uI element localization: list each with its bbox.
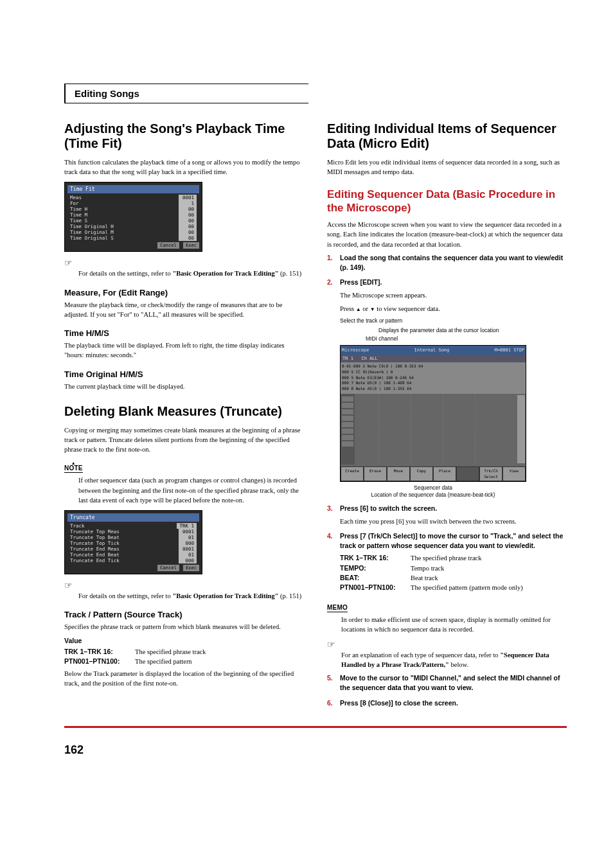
step-title: Move to the cursor to "MIDI Channel," an… xyxy=(340,674,560,691)
measure-for-body: Measure the playback time, or check/modi… xyxy=(64,300,304,319)
value-label: Value xyxy=(64,636,304,646)
sf-val: 1 xyxy=(179,200,197,206)
down-arrow-icon xyxy=(370,305,375,312)
kv-key: PTN001–PTN100: xyxy=(64,657,135,666)
sf-val: 01 xyxy=(179,552,197,558)
sf-label: Truncate End Meas xyxy=(70,546,120,552)
create-button[interactable]: Create xyxy=(341,467,363,481)
anno-seq: Sequencer data xyxy=(340,484,526,492)
subhead-track-pattern: Track / Pattern (Source Track) xyxy=(64,610,304,619)
step-title: Press [6] to switch the screen. xyxy=(340,504,437,512)
bs-meas: M=0001 xyxy=(495,348,511,353)
step-5: Move to the cursor to "MIDI Channel," an… xyxy=(327,673,567,693)
exec-button[interactable]: Exec xyxy=(183,242,199,249)
copy-button[interactable]: Copy xyxy=(411,467,432,481)
anno-select: Select the track or pattern xyxy=(340,317,567,324)
reference-text: For an explanation of each type of seque… xyxy=(341,650,567,669)
sf-label: Truncate End Beat xyxy=(70,552,120,558)
below-track-param: Below the Track parameter is displayed t… xyxy=(64,669,304,688)
event-list: 0-01-000 2 Note C0(0 ) 100 0-353 64 000 … xyxy=(341,362,526,393)
kv-val: The specified pattern xyxy=(135,657,192,666)
ref-text: For an explanation of each type of seque… xyxy=(341,651,500,659)
reference-text: For details on the settings, refer to "B… xyxy=(78,269,304,278)
place-button[interactable]: Place xyxy=(434,467,456,481)
sf-label: Truncate Top Beat xyxy=(70,535,120,540)
reference-icon xyxy=(64,580,304,591)
step-3: Press [6] to switch the screen. Each tim… xyxy=(327,504,567,526)
kv-key: TEMPO: xyxy=(340,563,411,573)
sf-val: 0001 xyxy=(179,529,197,535)
sf-val: 000 xyxy=(179,540,197,546)
trail-text: to view sequencer data. xyxy=(375,305,440,312)
reference-icon xyxy=(327,639,567,650)
anno-midi: MIDI channel xyxy=(366,335,526,342)
ref-text: below. xyxy=(449,661,468,668)
svg-rect-4 xyxy=(342,416,353,421)
move-button[interactable]: Move xyxy=(387,467,409,481)
ref-text: (p. 151) xyxy=(278,270,301,277)
note-icon: ▲NOTE xyxy=(64,465,83,473)
step-4: Press [7 (Trk/Ch Select)] to move the cu… xyxy=(327,531,567,592)
screenshot-time-fit: Time Fit Meas0001 For1 Time H00 Time M00… xyxy=(64,182,202,252)
track-area xyxy=(341,393,526,466)
note-body: If other sequencer data (such as program… xyxy=(78,475,304,505)
svg-rect-13 xyxy=(517,395,525,463)
sf-label: Truncate Top Tick xyxy=(70,540,120,546)
bs-ch: Ch ALL xyxy=(362,356,378,361)
svg-rect-5 xyxy=(342,422,353,427)
memo-body: In order to make efficient use of screen… xyxy=(341,615,567,634)
view-button[interactable]: View xyxy=(503,467,525,481)
anno-param: Displays the parameter data at the curso… xyxy=(378,327,526,334)
sf-val: 0001 xyxy=(179,195,197,200)
sf-label: Time S xyxy=(70,218,87,224)
heading-micro-edit: Editing Individual Items of Sequencer Da… xyxy=(327,121,567,151)
event-row: 000 7 Note D5(0 ) 100 1-408 64 xyxy=(342,380,524,386)
trkch-select-button[interactable]: Trk/Ch Select xyxy=(480,467,502,481)
event-row: 0-01-000 2 Note C0(0 ) 100 0-353 64 xyxy=(342,364,524,369)
event-row: 000 5 Note E3(E3#) 100 0-246 64 xyxy=(342,375,524,381)
kv-val: The specified pattern (pattern mode only… xyxy=(411,583,523,592)
kv-key: TRK 1–TRK 16: xyxy=(64,647,135,657)
ref-text: For details on the settings, refer to xyxy=(78,592,172,599)
cancel-button[interactable]: Cancel xyxy=(157,242,179,249)
sf-label: Time M xyxy=(70,212,87,218)
sf-label: Time Original H xyxy=(70,224,114,229)
footer-divider xyxy=(64,726,567,728)
svg-rect-1 xyxy=(342,396,353,402)
sf-val: 00 xyxy=(179,218,197,224)
kv-val: The specified phrase track xyxy=(411,553,482,563)
heading-truncate: Deleting Blank Measures (Truncate) xyxy=(64,404,304,419)
subhead-time-original: Time Original H/M/S xyxy=(64,369,304,379)
step-1: Load the song that contains the sequence… xyxy=(327,253,567,272)
sf-val: 01 xyxy=(179,535,197,540)
or-text: or xyxy=(361,305,370,312)
erase-button[interactable]: Erase xyxy=(364,467,386,481)
heading-time-fit: Adjusting the Song's Playback Time (Time… xyxy=(64,121,304,151)
kv-val: Tempo track xyxy=(411,563,445,573)
kv-val: Beat track xyxy=(411,573,438,583)
sf-val: 0001 xyxy=(179,546,197,552)
sf-val: 00 xyxy=(179,206,197,212)
sf-val: TRK 1 xyxy=(177,523,197,529)
sf-val: 00 xyxy=(179,224,197,229)
sf-label: Truncate Top Meas xyxy=(70,529,120,535)
step-title: Load the song that contains the sequence… xyxy=(340,254,563,271)
kv-key: TRK 1–TRK 16: xyxy=(340,553,411,563)
screenshot-truncate: Truncate TrackTRK 1 Truncate Top Meas000… xyxy=(64,510,202,574)
reference-text: For details on the settings, refer to "B… xyxy=(78,591,304,601)
step-body: The Microscope screen appears. xyxy=(340,290,567,300)
event-row: 000 5 CC 91(Reverb ) 0 xyxy=(342,369,524,375)
reference-icon xyxy=(64,257,304,269)
svg-rect-6 xyxy=(342,429,353,434)
step-body: Press or to view sequencer data. xyxy=(340,304,567,314)
exec-button[interactable]: Exec xyxy=(183,565,199,571)
step-title: Press [7 (Trk/Ch Select)] to move the cu… xyxy=(340,532,563,549)
microscope-intro: Access the Microscope screen when you wa… xyxy=(327,220,567,249)
cancel-button[interactable]: Cancel xyxy=(157,565,179,571)
screenshot-title: Time Fit xyxy=(67,185,199,193)
micro-edit-intro: Micro Edit lets you edit individual item… xyxy=(327,157,567,177)
sf-label: Meas xyxy=(70,195,82,200)
step-title: Press [8 (Close)] to close the screen. xyxy=(340,699,458,707)
ref-bold: "Basic Operation for Track Editing" xyxy=(172,270,278,277)
sf-label: Truncate End Tick xyxy=(70,558,120,563)
